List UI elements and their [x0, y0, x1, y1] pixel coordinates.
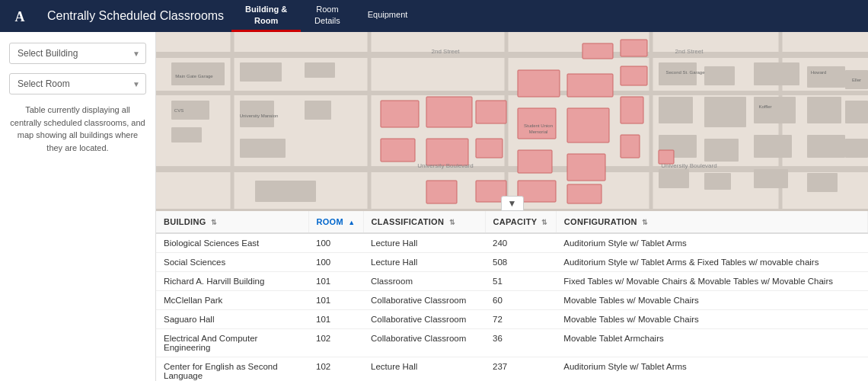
- table-header-row: BUILDING ⇅ ROOM ▲ CLASSIFICATION ⇅ CAPAC…: [156, 211, 868, 233]
- room-sort-icon: ▲: [348, 219, 355, 226]
- classrooms-table: BUILDING ⇅ ROOM ▲ CLASSIFICATION ⇅ CAPAC…: [156, 211, 868, 381]
- table-row: Saguaro Hall 101 Collaborative Classroom…: [156, 310, 868, 329]
- university-logo: A: [0, 0, 40, 32]
- building-select-wrapper: Select Building ▼: [9, 43, 146, 64]
- svg-text:2nd Street: 2nd Street: [432, 48, 461, 55]
- svg-text:Koffler: Koffler: [758, 104, 771, 109]
- cell-capacity: 237: [485, 357, 556, 382]
- svg-text:A: A: [15, 9, 25, 24]
- svg-rect-60: [621, 40, 647, 56]
- svg-rect-19: [305, 62, 335, 78]
- cell-classification: Collaborative Classroom: [363, 329, 485, 357]
- cell-capacity: 72: [485, 310, 556, 329]
- cell-room: 102: [308, 329, 363, 357]
- room-select-wrapper: Select Room ▼: [9, 73, 146, 94]
- svg-rect-35: [567, 154, 605, 181]
- top-navigation: A Centrally Scheduled Classrooms Buildin…: [0, 0, 868, 32]
- svg-rect-47: [704, 173, 731, 190]
- svg-rect-44: [704, 66, 735, 85]
- cell-configuration: Movable Tablet Armchairs: [556, 329, 867, 357]
- table-row: Electrical And Computer Engineering 102 …: [156, 329, 868, 357]
- svg-rect-18: [255, 181, 316, 202]
- svg-rect-17: [240, 139, 286, 158]
- cell-room: 102: [308, 357, 363, 382]
- svg-rect-29: [518, 70, 560, 97]
- svg-rect-59: [582, 43, 613, 59]
- cell-building: Social Sciences: [156, 253, 308, 272]
- svg-rect-20: [305, 101, 331, 120]
- cell-capacity: 36: [485, 329, 556, 357]
- room-select[interactable]: Select Room: [9, 73, 146, 94]
- campus-map: 2nd Street 2nd Street University Bouleva…: [156, 32, 868, 211]
- svg-text:2nd Street: 2nd Street: [675, 48, 704, 55]
- building-select[interactable]: Select Building: [9, 43, 146, 64]
- svg-text:Second St. Garage: Second St. Garage: [665, 70, 705, 75]
- classification-sort-icon: ⇅: [449, 219, 455, 226]
- tab-room-details[interactable]: Room Details: [301, 0, 354, 32]
- cell-capacity: 508: [485, 253, 556, 272]
- col-header-classification[interactable]: CLASSIFICATION ⇅: [363, 211, 485, 233]
- logo-icon: A: [9, 5, 30, 27]
- col-header-capacity[interactable]: CAPACITY ⇅: [485, 211, 556, 233]
- svg-rect-45: [704, 97, 746, 127]
- svg-rect-57: [845, 101, 868, 123]
- cell-classification: Collaborative Classroom: [363, 310, 485, 329]
- cell-capacity: 60: [485, 291, 556, 310]
- svg-text:University Boulevard: University Boulevard: [417, 162, 473, 169]
- cell-room: 100: [308, 253, 363, 272]
- tab-building-room[interactable]: Building & Room: [231, 0, 301, 32]
- col-header-building[interactable]: BUILDING ⇅: [156, 211, 308, 233]
- table-row: Richard A. Harvill Building 101 Classroo…: [156, 272, 868, 291]
- table-row: Social Sciences 100 Lecture Hall 508 Aud…: [156, 253, 868, 272]
- cell-building: McClellan Park: [156, 291, 308, 310]
- cell-room: 101: [308, 310, 363, 329]
- svg-text:Main Gate Garage: Main Gate Garage: [175, 74, 213, 78]
- col-header-configuration[interactable]: CONFIGURATION ⇅: [556, 211, 867, 233]
- tab-equipment[interactable]: Equipment: [354, 0, 422, 32]
- capacity-sort-icon: ⇅: [541, 219, 547, 226]
- svg-rect-49: [754, 97, 796, 123]
- svg-rect-41: [659, 97, 693, 123]
- col-header-room[interactable]: ROOM ▲: [308, 211, 363, 233]
- cell-classification: Lecture Hall: [363, 233, 485, 253]
- cell-room: 101: [308, 291, 363, 310]
- svg-rect-32: [518, 181, 556, 202]
- svg-rect-51: [754, 169, 788, 188]
- svg-rect-58: [845, 139, 868, 158]
- svg-rect-14: [171, 127, 202, 142]
- svg-rect-27: [476, 139, 503, 158]
- svg-rect-36: [567, 184, 602, 203]
- svg-rect-50: [754, 135, 792, 158]
- svg-text:CVS: CVS: [174, 108, 183, 113]
- cell-capacity: 51: [485, 272, 556, 291]
- map-toggle-button[interactable]: ▼: [501, 196, 524, 211]
- cell-configuration: Auditorium Style w/ Tablet Arms: [556, 233, 867, 253]
- svg-rect-55: [807, 173, 838, 192]
- configuration-sort-icon: ⇅: [642, 219, 648, 226]
- classrooms-table-area: BUILDING ⇅ ROOM ▲ CLASSIFICATION ⇅ CAPAC…: [156, 211, 868, 381]
- cell-configuration: Movable Tables w/ Movable Chairs: [556, 310, 867, 329]
- svg-rect-24: [426, 139, 468, 165]
- svg-rect-39: [621, 135, 640, 158]
- table-row: Biological Sciences East 100 Lecture Hal…: [156, 233, 868, 253]
- cell-building: Biological Sciences East: [156, 233, 308, 253]
- cell-building: Saguaro Hall: [156, 310, 308, 329]
- cell-room: 100: [308, 233, 363, 253]
- cell-configuration: Movable Tables w/ Movable Chairs: [556, 291, 867, 310]
- svg-text:University Boulevard: University Boulevard: [661, 162, 716, 169]
- svg-rect-46: [704, 139, 739, 162]
- cell-capacity: 240: [485, 233, 556, 253]
- app-title: Centrally Scheduled Classrooms: [40, 0, 231, 32]
- svg-rect-37: [621, 66, 647, 85]
- sidebar-note: Table currently displaying all centrally…: [9, 104, 146, 154]
- svg-rect-31: [518, 150, 552, 173]
- svg-rect-54: [807, 135, 845, 158]
- svg-rect-34: [567, 108, 609, 142]
- table-row: McClellan Park 101 Collaborative Classro…: [156, 291, 868, 310]
- cell-classification: Collaborative Classroom: [363, 291, 485, 310]
- cell-classification: Lecture Hall: [363, 357, 485, 382]
- svg-rect-33: [567, 74, 613, 97]
- table-body: Biological Sciences East 100 Lecture Hal…: [156, 233, 868, 381]
- table-row: Center for English as Second Language 10…: [156, 357, 868, 382]
- svg-rect-21: [381, 101, 419, 127]
